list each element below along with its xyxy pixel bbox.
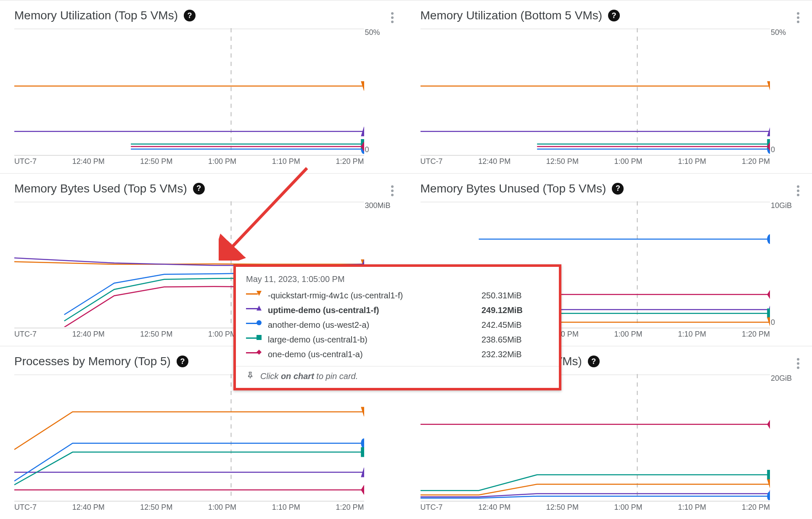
legend-swatch bbox=[246, 320, 263, 326]
series-end-marker bbox=[767, 491, 770, 500]
series-end-marker bbox=[767, 470, 770, 479]
series-end-marker bbox=[361, 485, 364, 495]
help-icon[interactable]: ? bbox=[177, 356, 188, 367]
svg-point-10 bbox=[767, 234, 770, 244]
help-icon[interactable]: ? bbox=[612, 183, 624, 195]
svg-point-13 bbox=[361, 438, 364, 448]
y-axis-labels: 50%0 bbox=[365, 28, 398, 154]
chart-area[interactable]: 50%0UTC-712:40 PM12:50 PM1:00 PM1:10 PM1… bbox=[421, 28, 804, 167]
y-axis-labels: 50%0 bbox=[771, 28, 804, 154]
svg-rect-16 bbox=[767, 470, 770, 479]
tooltip-series-value: 238.65MiB bbox=[481, 335, 549, 345]
panel-title: Memory Utilization (Top 5 VMs) bbox=[14, 9, 178, 22]
x-axis: UTC-712:40 PM12:50 PM1:00 PM1:10 PM1:20 … bbox=[14, 501, 364, 513]
chart-tooltip: May 11, 2023, 1:05:00 PM -quickstart-rmi… bbox=[233, 264, 561, 390]
svg-point-19 bbox=[257, 320, 262, 325]
panel-mem-util-bottom5: Memory Utilization (Bottom 5 VMs) ?50%0U… bbox=[406, 0, 812, 173]
timezone-label: UTC-7 bbox=[421, 503, 443, 513]
more-icon[interactable] bbox=[797, 358, 799, 369]
dashboard-grid: Memory Utilization (Top 5 VMs) ?50%0UTC-… bbox=[0, 0, 812, 519]
series-end-marker bbox=[361, 438, 364, 448]
legend-swatch bbox=[246, 335, 263, 341]
svg-rect-11 bbox=[767, 308, 770, 318]
x-axis: UTC-712:40 PM12:50 PM1:00 PM1:10 PM1:20 … bbox=[421, 155, 770, 167]
series-end-marker bbox=[767, 234, 770, 244]
tooltip-row: large-demo (us-central1-b) 238.65MiB bbox=[246, 332, 549, 347]
tooltip-footer: Click on chart to pin card. bbox=[236, 366, 559, 388]
y-axis-labels bbox=[365, 374, 398, 500]
series-line[interactable] bbox=[14, 261, 364, 264]
y-axis-labels: 10GiB0 bbox=[771, 201, 804, 327]
tooltip-row: another-demo (us-west2-a) 242.45MiB bbox=[246, 318, 549, 332]
tooltip-series-value: 242.45MiB bbox=[481, 320, 549, 330]
pin-icon bbox=[246, 371, 254, 382]
tooltip-series-label: uptime-demo (us-central1-f) bbox=[268, 306, 476, 315]
legend-swatch bbox=[246, 350, 263, 356]
tooltip-series-label: one-demo (us-central1-a) bbox=[268, 350, 476, 359]
x-axis: UTC-712:40 PM12:50 PM1:00 PM1:10 PM1:20 … bbox=[14, 155, 364, 167]
series-line[interactable] bbox=[14, 452, 364, 485]
chart-area[interactable]: UTC-712:40 PM12:50 PM1:00 PM1:10 PM1:20 … bbox=[14, 374, 398, 513]
tooltip-row: uptime-demo (us-central1-f) 249.12MiB bbox=[246, 303, 549, 318]
tooltip-series-label: another-demo (us-west2-a) bbox=[268, 320, 476, 330]
x-axis: UTC-712:40 PM12:50 PM1:00 PM1:10 PM1:20 … bbox=[421, 501, 770, 513]
tooltip-rows: -quickstart-rmig-4w1c (us-central1-f) 25… bbox=[246, 288, 549, 362]
more-icon[interactable] bbox=[391, 12, 394, 23]
tooltip-row: one-demo (us-central1-a) 232.32MiB bbox=[246, 347, 549, 362]
panel-mem-util-top5: Memory Utilization (Top 5 VMs) ?50%0UTC-… bbox=[0, 0, 406, 173]
series-line[interactable] bbox=[14, 412, 364, 450]
tooltip-series-label: large-demo (us-central1-b) bbox=[268, 335, 476, 345]
tooltip-row: -quickstart-rmig-4w1c (us-central1-f) 25… bbox=[246, 288, 549, 303]
series-line[interactable] bbox=[14, 443, 364, 481]
series-end-marker bbox=[767, 420, 770, 429]
series-end-marker bbox=[767, 308, 770, 318]
svg-point-17 bbox=[767, 491, 770, 500]
panel-title: Memory Bytes Unused (Top 5 VMs) bbox=[421, 182, 606, 195]
help-icon[interactable]: ? bbox=[608, 10, 620, 21]
tooltip-series-value: 232.32MiB bbox=[481, 350, 549, 359]
series-end-marker bbox=[767, 290, 770, 299]
more-icon[interactable] bbox=[391, 185, 394, 196]
panel-title: Processes by Memory (Top 5) bbox=[14, 355, 171, 368]
help-icon[interactable]: ? bbox=[588, 356, 600, 367]
svg-rect-14 bbox=[361, 447, 364, 457]
more-icon[interactable] bbox=[797, 12, 799, 23]
timezone-label: UTC-7 bbox=[421, 157, 443, 167]
chart-area[interactable]: 50%0UTC-712:40 PM12:50 PM1:00 PM1:10 PM1… bbox=[14, 28, 398, 167]
timezone-label: UTC-7 bbox=[14, 503, 37, 513]
help-icon[interactable]: ? bbox=[193, 183, 205, 195]
tooltip-series-value: 250.31MiB bbox=[481, 291, 549, 300]
y-axis-labels: 20GiB bbox=[771, 374, 804, 500]
timezone-label: UTC-7 bbox=[14, 157, 37, 167]
tooltip-timestamp: May 11, 2023, 1:05:00 PM bbox=[246, 274, 549, 284]
timezone-label: UTC-7 bbox=[14, 330, 37, 340]
help-icon[interactable]: ? bbox=[184, 10, 196, 21]
svg-rect-20 bbox=[257, 335, 262, 340]
series-end-marker bbox=[361, 447, 364, 457]
more-icon[interactable] bbox=[797, 185, 799, 196]
chart-area[interactable]: 20GiBUTC-712:40 PM12:50 PM1:00 PM1:10 PM… bbox=[421, 374, 804, 513]
panel-title: Memory Bytes Used (Top 5 VMs) bbox=[14, 182, 187, 195]
legend-swatch bbox=[246, 306, 263, 311]
tooltip-series-label: -quickstart-rmig-4w1c (us-central1-f) bbox=[268, 291, 476, 300]
panel-title: Memory Utilization (Bottom 5 VMs) bbox=[421, 9, 603, 22]
legend-swatch bbox=[246, 291, 263, 297]
tooltip-series-value: 249.12MiB bbox=[481, 306, 549, 315]
series-line[interactable] bbox=[421, 475, 770, 490]
